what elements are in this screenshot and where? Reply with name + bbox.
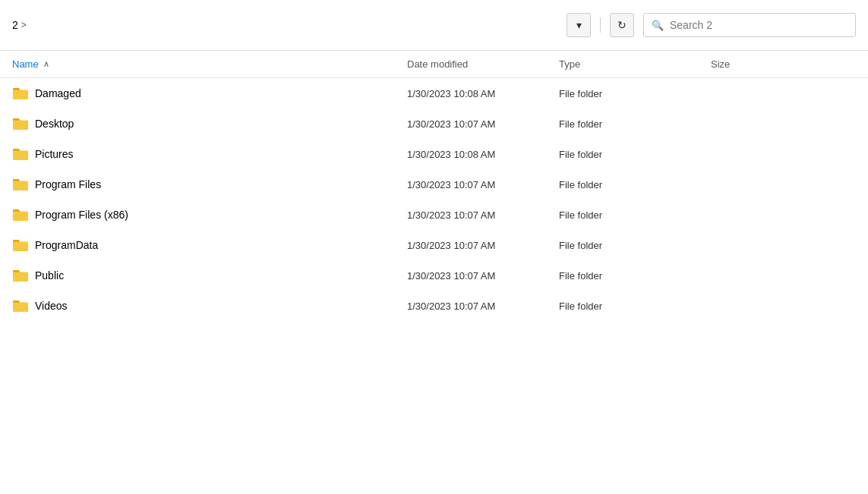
file-date-cell: 1/30/2023 10:07 AM	[407, 240, 559, 251]
column-type[interactable]: Type	[559, 58, 711, 70]
file-type-cell: File folder	[559, 179, 711, 190]
file-name-cell: Videos	[12, 299, 407, 313]
file-type-cell: File folder	[559, 118, 711, 130]
file-name-text: Public	[35, 269, 64, 282]
title-bar: 2 > ▾ ↻ 🔍	[0, 0, 868, 51]
refresh-button[interactable]: ↻	[610, 13, 634, 37]
search-box[interactable]: 🔍	[643, 13, 856, 37]
file-name-text: Damaged	[35, 87, 81, 99]
file-type-cell: File folder	[559, 240, 711, 251]
file-type-cell: File folder	[559, 300, 711, 312]
search-icon: 🔍	[652, 20, 664, 31]
file-name-text: ProgramData	[35, 239, 98, 251]
column-name[interactable]: Name ∧	[12, 58, 407, 70]
breadcrumb[interactable]: 2	[12, 19, 18, 31]
column-date-label: Date modified	[407, 58, 468, 70]
dropdown-button[interactable]: ▾	[567, 13, 591, 37]
column-type-label: Type	[559, 58, 580, 70]
column-name-label: Name	[12, 58, 39, 70]
file-name-cell: Damaged	[12, 87, 407, 100]
file-type-cell: File folder	[559, 149, 711, 160]
file-name-cell: Public	[12, 269, 407, 282]
file-date-cell: 1/30/2023 10:07 AM	[407, 300, 559, 312]
table-row[interactable]: Program Files 1/30/2023 10:07 AM File fo…	[0, 169, 868, 200]
file-name-text: Pictures	[35, 148, 74, 160]
file-date-cell: 1/30/2023 10:08 AM	[407, 149, 559, 160]
folder-icon	[12, 87, 29, 100]
file-name-text: Videos	[35, 300, 68, 312]
breadcrumb-chevron: >	[21, 20, 27, 30]
table-row[interactable]: Damaged 1/30/2023 10:08 AM File folder	[0, 78, 868, 109]
sort-ascending-icon: ∧	[43, 59, 49, 69]
file-list: Damaged 1/30/2023 10:08 AM File folder D…	[0, 78, 868, 494]
column-headers: Name ∧ Date modified Type Size	[0, 51, 868, 78]
file-date-cell: 1/30/2023 10:08 AM	[407, 88, 559, 99]
file-name-cell: Program Files	[12, 178, 407, 191]
breadcrumb-area: 2 >	[12, 19, 567, 31]
divider	[600, 17, 601, 33]
file-type-cell: File folder	[559, 209, 711, 221]
toolbar-actions: ▾ ↻	[567, 13, 634, 37]
file-name-cell: Desktop	[12, 117, 407, 131]
file-type-cell: File folder	[559, 88, 711, 99]
folder-icon	[12, 269, 29, 282]
file-date-cell: 1/30/2023 10:07 AM	[407, 118, 559, 130]
file-name-text: Desktop	[35, 118, 74, 130]
folder-icon	[12, 117, 29, 131]
folder-icon	[12, 208, 29, 222]
folder-icon	[12, 238, 29, 252]
table-row[interactable]: Desktop 1/30/2023 10:07 AM File folder	[0, 109, 868, 139]
column-date[interactable]: Date modified	[407, 58, 559, 70]
file-name-cell: Program Files (x86)	[12, 208, 407, 222]
table-row[interactable]: Videos 1/30/2023 10:07 AM File folder	[0, 291, 868, 321]
file-date-cell: 1/30/2023 10:07 AM	[407, 179, 559, 190]
table-row[interactable]: Program Files (x86) 1/30/2023 10:07 AM F…	[0, 200, 868, 230]
file-type-cell: File folder	[559, 270, 711, 282]
refresh-icon: ↻	[617, 19, 627, 31]
table-row[interactable]: Public 1/30/2023 10:07 AM File folder	[0, 260, 868, 291]
file-name-cell: ProgramData	[12, 238, 407, 252]
file-date-cell: 1/30/2023 10:07 AM	[407, 209, 559, 221]
search-input[interactable]	[670, 19, 847, 31]
file-name-text: Program Files	[35, 178, 101, 190]
file-date-cell: 1/30/2023 10:07 AM	[407, 270, 559, 282]
folder-icon	[12, 147, 29, 161]
file-name-cell: Pictures	[12, 147, 407, 161]
column-size-label: Size	[711, 58, 730, 70]
file-name-text: Program Files (x86)	[35, 209, 128, 221]
table-row[interactable]: ProgramData 1/30/2023 10:07 AM File fold…	[0, 230, 868, 260]
table-row[interactable]: Pictures 1/30/2023 10:08 AM File folder	[0, 139, 868, 169]
chevron-down-icon: ▾	[576, 19, 582, 31]
folder-icon	[12, 178, 29, 191]
folder-icon	[12, 299, 29, 313]
column-size[interactable]: Size	[711, 58, 856, 70]
